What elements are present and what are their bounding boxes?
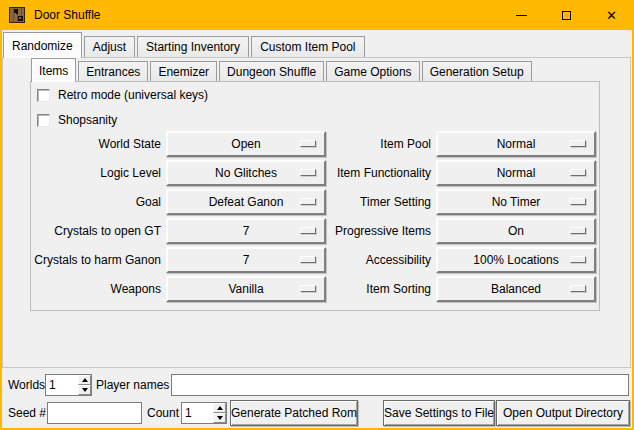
dropdown-value: No Timer	[492, 195, 541, 209]
item-sorting-dropdown[interactable]: Balanced	[436, 276, 596, 302]
arrow-down-icon	[217, 416, 223, 420]
maximize-button[interactable]	[544, 0, 589, 30]
minimize-button[interactable]	[499, 0, 544, 30]
goal-label: Goal	[33, 189, 161, 215]
item-pool-label: Item Pool	[331, 131, 431, 157]
door-shuffle-window: Door Shuffle ✕ Randomize Adjust Starting…	[0, 0, 634, 430]
count-spin-down-button[interactable]	[213, 413, 226, 423]
progressive-items-label: Progressive Items	[331, 218, 431, 244]
worlds-spinner-buttons	[78, 375, 91, 395]
tab-label: Game Options	[334, 65, 411, 79]
door-icon	[9, 7, 25, 23]
close-button[interactable]: ✕	[589, 0, 634, 30]
dropdown-indicator-icon	[570, 256, 586, 263]
titlebar: Door Shuffle ✕	[0, 0, 634, 30]
retro-mode-checkbox-row: Retro mode (universal keys)	[37, 86, 208, 104]
dropdown-value: Normal	[497, 166, 536, 180]
dropdown-indicator-icon	[300, 198, 316, 205]
weapons-label: Weapons	[33, 276, 161, 302]
dropdown-indicator-icon	[570, 198, 586, 205]
goal-dropdown[interactable]: Defeat Ganon	[166, 189, 326, 215]
progressive-items-dropdown[interactable]: On	[436, 218, 596, 244]
arrow-up-icon	[82, 378, 88, 382]
tab-label: Items	[39, 64, 68, 78]
item-functionality-dropdown[interactable]: Normal	[436, 160, 596, 186]
dropdown-value: Balanced	[491, 282, 541, 296]
crystals-harm-ganon-label: Crystals to harm Ganon	[33, 247, 161, 273]
tab-label: Dungeon Shuffle	[227, 65, 316, 79]
tab-randomize[interactable]: Randomize	[3, 32, 82, 58]
tab-label: Adjust	[93, 40, 126, 54]
player-names-label: Player names	[96, 374, 169, 396]
crystals-open-gt-label: Crystals to open GT	[33, 218, 161, 244]
tab-label: Generation Setup	[430, 65, 524, 79]
arrow-down-icon	[82, 388, 88, 392]
window-title: Door Shuffle	[34, 8, 101, 22]
tab-adjust[interactable]: Adjust	[84, 36, 135, 57]
dropdown-value: 7	[243, 253, 250, 267]
generate-patched-rom-button[interactable]: Generate Patched Rom	[230, 400, 358, 426]
save-settings-button[interactable]: Save Settings to File	[383, 400, 495, 426]
dropdown-indicator-icon	[300, 285, 316, 292]
dropdown-indicator-icon	[300, 256, 316, 263]
arrow-up-icon	[217, 406, 223, 410]
window-controls: ✕	[499, 0, 634, 30]
open-output-directory-button[interactable]: Open Output Directory	[496, 400, 630, 426]
player-names-input[interactable]	[171, 374, 629, 396]
dropdown-indicator-icon	[570, 285, 586, 292]
tab-label: Custom Item Pool	[260, 40, 355, 54]
tab-label: Randomize	[12, 39, 73, 53]
tab-entrances[interactable]: Entrances	[78, 61, 148, 81]
shopsanity-checkbox-row: Shopsanity	[37, 111, 117, 129]
shopsanity-checkbox[interactable]	[37, 114, 50, 127]
dropdown-value: 100% Locations	[473, 253, 558, 267]
worlds-spinner[interactable]	[45, 374, 92, 396]
dropdown-value: Vanilla	[228, 282, 263, 296]
dropdown-value: Open	[231, 137, 260, 151]
count-label: Count	[147, 402, 179, 424]
crystals-harm-ganon-dropdown[interactable]: 7	[166, 247, 326, 273]
worlds-label: Worlds	[8, 374, 45, 396]
tab-custom-item-pool[interactable]: Custom Item Pool	[251, 36, 364, 57]
logic-level-dropdown[interactable]: No Glitches	[166, 160, 326, 186]
shopsanity-label: Shopsanity	[58, 113, 117, 127]
crystals-open-gt-dropdown[interactable]: 7	[166, 218, 326, 244]
retro-mode-label: Retro mode (universal keys)	[58, 88, 208, 102]
dropdown-indicator-icon	[300, 169, 316, 176]
window-content: Randomize Adjust Starting Inventory Cust…	[2, 30, 632, 428]
world-state-dropdown[interactable]: Open	[166, 131, 326, 157]
weapons-dropdown[interactable]: Vanilla	[166, 276, 326, 302]
item-sorting-label: Item Sorting	[331, 276, 431, 302]
dropdown-indicator-icon	[300, 227, 316, 234]
worlds-value[interactable]	[46, 375, 78, 395]
tab-label: Starting Inventory	[146, 40, 240, 54]
count-spinner[interactable]	[181, 402, 227, 424]
accessibility-dropdown[interactable]: 100% Locations	[436, 247, 596, 273]
tab-game-options[interactable]: Game Options	[326, 61, 419, 81]
dropdown-value: 7	[243, 224, 250, 238]
item-pool-dropdown[interactable]: Normal	[436, 131, 596, 157]
tab-enemizer[interactable]: Enemizer	[150, 61, 217, 81]
dropdown-indicator-icon	[570, 227, 586, 234]
count-spin-up-button[interactable]	[213, 403, 226, 413]
maximize-icon	[562, 11, 571, 20]
world-state-label: World State	[33, 131, 161, 157]
retro-mode-checkbox[interactable]	[37, 89, 50, 102]
tab-dungeon-shuffle[interactable]: Dungeon Shuffle	[219, 61, 324, 81]
worlds-spin-up-button[interactable]	[78, 375, 91, 385]
tab-generation-setup[interactable]: Generation Setup	[422, 61, 532, 81]
seed-input[interactable]	[47, 402, 142, 424]
minimize-icon	[516, 15, 527, 16]
tab-starting-inventory[interactable]: Starting Inventory	[137, 36, 249, 57]
logic-level-label: Logic Level	[33, 160, 161, 186]
worlds-spin-down-button[interactable]	[78, 385, 91, 395]
dropdown-indicator-icon	[300, 140, 316, 147]
count-value[interactable]	[182, 403, 213, 423]
seed-label: Seed #	[8, 402, 46, 424]
dropdown-value: Defeat Ganon	[209, 195, 284, 209]
dropdown-value: On	[508, 224, 524, 238]
timer-setting-dropdown[interactable]: No Timer	[436, 189, 596, 215]
tab-items[interactable]: Items	[31, 58, 76, 82]
close-icon: ✕	[606, 9, 617, 22]
tab-label: Entrances	[86, 65, 140, 79]
